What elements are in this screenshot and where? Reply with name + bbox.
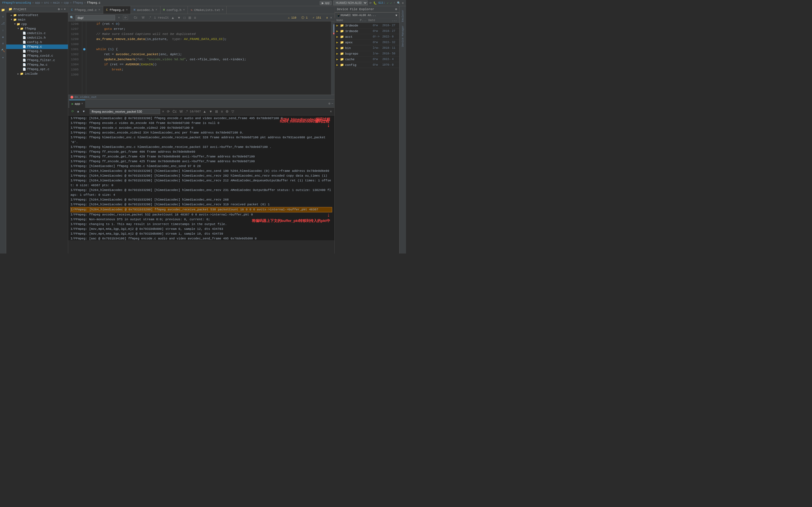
breadcrumb-main[interactable]: main (53, 1, 60, 4)
commit-icon[interactable]: ⬆ (1, 14, 6, 19)
tree-item-cmdutils-c[interactable]: 📄 cmdutils.c (6, 31, 68, 36)
breadcrumb-src[interactable]: src (44, 1, 49, 4)
emulator-icon[interactable]: Emulator (400, 7, 406, 24)
tree-item-ffmpeg-folder[interactable]: ▼ 📁 ffmpeg (6, 26, 68, 31)
filter-button[interactable]: ≡ (193, 16, 197, 20)
clear-run-search-button[interactable]: × (161, 109, 165, 114)
clear-search-button[interactable]: × (117, 15, 121, 20)
toolbar-arrow[interactable]: ↑ (394, 1, 395, 4)
expand-button[interactable]: ⊞ (188, 16, 192, 20)
tree-item-ffmpeg-cuvid[interactable]: 📄 ffmpeg_cuvid.c (6, 54, 68, 58)
tab-avcodec-h[interactable]: H avcodec.h × (131, 6, 160, 14)
run-word-button[interactable]: W (179, 109, 184, 114)
breadcrumb-app[interactable]: FFmpegTranscoding (2, 1, 31, 4)
run-settings-icon[interactable]: ⚙ (328, 102, 331, 105)
tab-cmake[interactable]: ✎ CMakeLists.txt × (188, 6, 226, 14)
device-tree-item[interactable]: ▶ 📁 bugrepo lrw- 2018- 50 (335, 51, 399, 57)
device-tree-item[interactable]: ▶ 📁 bin lrw- 2018- 11 (335, 45, 399, 51)
run-settings2-button[interactable]: ⚙ (225, 109, 230, 114)
tree-item-cpp[interactable]: ▼ 📁 cpp (6, 22, 68, 26)
tree-item-config-h[interactable]: 📄 config.h (6, 40, 68, 45)
search-input[interactable] (75, 15, 115, 20)
tree-item-include[interactable]: ▶ 📁 include (6, 71, 68, 76)
breadcrumb-app2[interactable]: app (35, 1, 40, 4)
tab-close-icon[interactable]: × (156, 8, 157, 11)
tree-item-ffmpeg-hw[interactable]: 📄 ffmpeg_hw.c (6, 62, 68, 67)
device-explorer-settings[interactable]: ⚙ (395, 7, 397, 11)
build-icon[interactable]: 🔨 (1, 48, 6, 53)
code-editor[interactable]: 1296 1297 1298 1299 1300 1301 1302 1303 … (68, 21, 335, 95)
project-icon[interactable]: 📁 (1, 7, 6, 12)
prev-result-button[interactable]: ⟳ (123, 15, 128, 20)
toolbar-sync[interactable]: ⟳ (369, 1, 371, 5)
structure-icon[interactable]: ≡ (1, 41, 6, 46)
tree-item-cmdutils-h[interactable]: 📄 cmdutils.h (6, 36, 68, 40)
device-select[interactable]: HUAWEI NOH-AL00 (333, 1, 368, 5)
run-regex-button[interactable]: .* (185, 109, 189, 114)
tree-item-ffmpeg-filter[interactable]: 📄 ffmpeg_filter.c (6, 58, 68, 62)
toolbar-debug[interactable]: 🐛 (373, 1, 377, 5)
code-content[interactable]: if (ret < 0) goto error; // Make sure Cl… (86, 21, 331, 95)
tab-close-icon[interactable]: × (222, 8, 223, 11)
run-softrap-button[interactable]: ⊞ (214, 109, 219, 114)
run-case-button[interactable]: Cc (172, 109, 177, 114)
close-run-button[interactable]: × (329, 109, 333, 114)
preview-button[interactable]: □ (183, 16, 186, 20)
console-output[interactable]: h264_hlmediacodec编码过程 ↓ I/FFmpeg: [h264_… (68, 115, 335, 240)
device-tree-item[interactable]: ▶ 📁 apex drw 2022- 32 (335, 40, 399, 45)
run-tab-app[interactable]: ▶ app × (69, 100, 85, 108)
tab-close-icon[interactable]: × (126, 8, 128, 11)
device-item-date: 2018- (382, 24, 391, 27)
tree-item-ffmpeg-c[interactable]: 📄 ffmpeg.c (6, 45, 68, 49)
scroll-thumb[interactable] (333, 24, 335, 33)
tab-ffmpeg-c[interactable]: C ffmpeg.c × (103, 6, 131, 14)
resource-icon[interactable]: ◈ (1, 34, 6, 40)
run-search-input[interactable] (90, 109, 160, 114)
run-minimize-icon[interactable]: − (331, 102, 333, 105)
run-filter-button[interactable]: ⟳ (166, 109, 170, 114)
case-sensitive-button[interactable]: Cc (133, 15, 139, 20)
whole-word-button[interactable]: W (140, 15, 146, 20)
run-prev-button[interactable]: ▲ (202, 109, 207, 114)
tab-config-h[interactable]: H config.h × (160, 6, 188, 14)
device-tree-item[interactable]: ▶ 📁 config drw 1970- 0 (335, 62, 399, 68)
toolbar-search[interactable]: 🔍 (397, 1, 400, 5)
device-tree-item[interactable]: ▶ 📁 3rdmode drw 2018- 27 (335, 23, 399, 29)
toolbar-settings[interactable]: ⚙ (402, 1, 404, 5)
pull-icon[interactable]: ↓ (1, 27, 6, 33)
tree-item-androidtest[interactable]: ▶ 📁 androidTest (6, 13, 68, 17)
scroll-track[interactable] (331, 21, 335, 95)
tab-close-icon[interactable]: × (98, 8, 100, 11)
run-next-button[interactable]: ▼ (208, 109, 213, 114)
device-tree-item[interactable]: ▶ 📁 cache drw 2022- 4 (335, 57, 399, 62)
run-filter2-button[interactable]: ▽ (231, 109, 235, 114)
tab-close-icon[interactable]: × (183, 8, 185, 11)
next-match-button[interactable]: ▼ (177, 16, 181, 20)
device-tree-item[interactable]: ▶ 📁 acct dr-> 2022- 0 (335, 34, 399, 40)
run-tab-close-icon[interactable]: × (81, 102, 83, 105)
prev-match-button[interactable]: ▲ (170, 16, 175, 20)
regex-button[interactable]: .* (148, 15, 153, 20)
toolbar-git[interactable]: Git: (378, 1, 385, 4)
close-search-button[interactable]: × (329, 16, 333, 20)
run-button[interactable]: ▶ app (320, 1, 331, 5)
tree-item-main[interactable]: ▼ 📁 main (6, 17, 68, 22)
project-collapse[interactable]: − (61, 8, 63, 11)
scroll-up-button[interactable]: ▲ (75, 109, 81, 114)
tab-ffmpeg-cmd[interactable]: C ffmpeg_cmd.c × (68, 6, 103, 14)
tree-item-ffmpeg-h[interactable]: 📄 ffmpeg.h (6, 49, 68, 54)
run-options-button[interactable]: ≡ (220, 109, 223, 114)
branch-icon[interactable]: ⎇ (1, 21, 6, 26)
scroll-down-button[interactable]: ▼ (81, 109, 86, 114)
device-selector[interactable]: 📱 HUAWEI NOH-AL00 An... ▼ (335, 12, 399, 18)
project-close[interactable]: × (64, 8, 66, 11)
device-manager-icon[interactable]: Device Manager (400, 25, 406, 47)
breadcrumb-ffmpeg[interactable]: ffmpeg (73, 1, 83, 4)
project-gear[interactable]: ⚙ (58, 7, 60, 11)
device-tree-item[interactable]: ▶ 📁 3rdmode drw 2018- 27 (335, 29, 399, 34)
favorites-icon[interactable]: ★ (1, 55, 6, 60)
rerun-button[interactable]: ⟳ (70, 109, 75, 114)
tree-item-ffmpeg-opt[interactable]: 📄 ffmpeg_opt.c (6, 67, 68, 71)
breadcrumb-cpp[interactable]: cpp (64, 1, 69, 4)
device-item-name: config (345, 63, 371, 67)
